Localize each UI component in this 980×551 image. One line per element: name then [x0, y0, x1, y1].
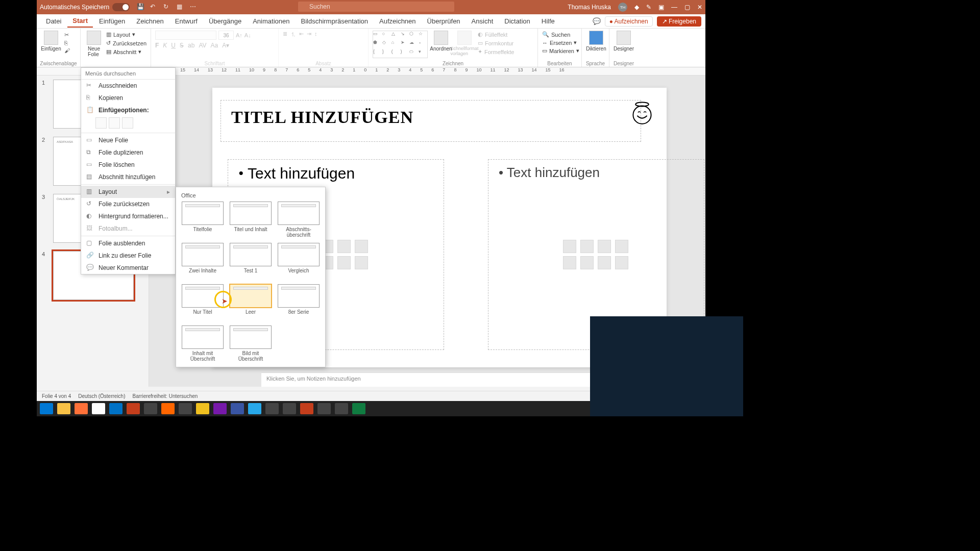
tab-hilfe[interactable]: Hilfe — [536, 15, 560, 27]
dictate-button[interactable]: Diktieren — [586, 31, 606, 52]
shadow-icon[interactable]: ab — [188, 42, 194, 49]
shape-effects-button[interactable]: ✦ Formeffekte — [478, 48, 514, 56]
online-picture-icon[interactable] — [580, 256, 594, 269]
ctx-new-comment[interactable]: 💬Neuer Kommentar — [81, 262, 175, 274]
tab-aufzeichnen[interactable]: Aufzeichnen — [374, 15, 421, 27]
tab-bildschirmpraesentation[interactable]: Bildschirmpräsentation — [296, 15, 373, 27]
font-size-input[interactable] — [218, 31, 234, 40]
user-avatar[interactable]: TH — [618, 3, 627, 12]
video-icon[interactable] — [337, 256, 351, 269]
app-icon[interactable] — [300, 403, 313, 414]
bold-icon[interactable]: F — [155, 42, 159, 49]
ctx-reset-slide[interactable]: ↺Folie zurücksetzen — [81, 198, 175, 210]
app-icon[interactable] — [317, 403, 331, 414]
layout-option[interactable] — [230, 243, 272, 266]
undo-icon[interactable]: ↶ — [150, 3, 158, 11]
layout-option[interactable] — [278, 243, 320, 266]
shape-fill-button[interactable]: ◐ Fülleffekt — [478, 31, 514, 38]
ctx-link-slide[interactable]: 🔗Link zu dieser Folie — [81, 249, 175, 262]
copy-icon-small[interactable]: ⎘ — [64, 40, 70, 46]
paste-button[interactable]: Einfügen — [41, 31, 61, 52]
app-icon[interactable] — [283, 403, 296, 414]
arrange-button[interactable]: Anordnen — [431, 31, 451, 52]
layout-option[interactable] — [182, 202, 224, 225]
numbering-icon[interactable]: ⒈ — [290, 31, 296, 38]
shapes-gallery[interactable]: ▭○△↘⬡☆ ⬟◇⌂➤☁⬩ {}()⬭▾ — [373, 31, 428, 58]
vlc-icon[interactable] — [161, 403, 175, 414]
tab-entwurf[interactable]: Entwurf — [170, 15, 203, 27]
video-icon[interactable] — [598, 256, 611, 269]
new-slide-button[interactable]: Neue Folie — [85, 31, 103, 57]
minimize-icon[interactable]: — — [671, 4, 677, 11]
font-family-input[interactable] — [155, 31, 216, 40]
line-spacing-icon[interactable]: ↕ — [314, 31, 317, 37]
outlook-icon[interactable] — [109, 403, 122, 414]
tab-start[interactable]: Start — [67, 15, 93, 28]
layout-option[interactable] — [230, 325, 272, 349]
icon-icon[interactable] — [355, 256, 368, 269]
tab-zeichnen[interactable]: Zeichnen — [131, 15, 168, 27]
ctx-copy[interactable]: ⎘Kopieren — [81, 92, 175, 104]
find-button[interactable]: 🔍 Suchen — [542, 31, 570, 38]
start-icon[interactable] — [40, 403, 53, 414]
diamond-icon[interactable]: ◆ — [634, 4, 639, 11]
spacing-icon[interactable]: AV — [199, 42, 206, 49]
layout-option[interactable] — [182, 325, 224, 349]
italic-icon[interactable]: K — [163, 42, 167, 49]
layout-option[interactable] — [182, 284, 224, 308]
share-button[interactable]: ↗ Freigeben — [657, 16, 701, 27]
context-search-input[interactable] — [81, 68, 175, 80]
paste-use-dest-icon[interactable] — [109, 117, 120, 129]
smartart-icon[interactable] — [598, 240, 611, 253]
firefox-icon[interactable] — [75, 403, 88, 414]
record-button[interactable]: ● Aufzeichnen — [605, 16, 653, 27]
decrease-font-icon[interactable]: A↓ — [244, 32, 251, 38]
underline-icon[interactable]: U — [171, 42, 176, 49]
table-icon[interactable] — [563, 240, 576, 253]
picture-icon[interactable] — [563, 256, 576, 269]
3d-icon[interactable] — [615, 240, 628, 253]
tab-datei[interactable]: Datei — [41, 15, 66, 27]
explorer-icon[interactable] — [57, 403, 70, 414]
ctx-duplicate-slide[interactable]: ⧉Folie duplizieren — [81, 146, 175, 159]
case-icon[interactable]: Aa — [211, 42, 218, 49]
tab-ansicht[interactable]: Ansicht — [467, 15, 499, 27]
layout-option[interactable] — [278, 284, 320, 308]
layout-option[interactable] — [230, 202, 272, 225]
slide-indicator[interactable]: Folie 4 von 4 — [42, 393, 71, 399]
icon-icon[interactable] — [615, 256, 628, 269]
reset-button[interactable]: ↺ Zurücksetzen — [106, 39, 146, 47]
ctx-add-section[interactable]: ▤Abschnitt hinzufügen — [81, 171, 175, 183]
cut-icon-small[interactable]: ✂ — [64, 32, 70, 38]
powerpoint-icon[interactable] — [127, 403, 140, 414]
app-icon[interactable] — [179, 403, 192, 414]
layout-option[interactable] — [182, 243, 224, 266]
outdent-icon[interactable]: ⇤ — [299, 31, 304, 37]
save-icon[interactable]: 💾 — [137, 3, 145, 11]
chart-icon[interactable] — [580, 240, 594, 253]
strike-icon[interactable]: S̶ — [180, 42, 184, 49]
increase-font-icon[interactable]: A↑ — [236, 32, 242, 38]
close-icon[interactable]: ✕ — [697, 4, 702, 11]
app-icon[interactable] — [144, 403, 157, 414]
tab-ueberpruefen[interactable]: Überprüfen — [422, 15, 465, 27]
redo-icon[interactable]: ↻ — [163, 3, 172, 11]
smartart-icon[interactable] — [337, 240, 351, 253]
placeholder-icon-grid[interactable] — [563, 240, 629, 269]
slideshow-icon[interactable]: ▦ — [177, 3, 185, 11]
bullets-icon[interactable]: ≣ — [283, 31, 287, 37]
pen-icon[interactable]: ✎ — [646, 4, 651, 11]
onenote-icon[interactable] — [213, 403, 227, 414]
layout-button[interactable]: ▥ Layout ▾ — [106, 31, 146, 38]
ctx-hide-slide[interactable]: ▢Folie ausblenden — [81, 237, 175, 249]
quick-styles-button[interactable]: Schnellformat vorlagen — [454, 31, 475, 56]
app-icon[interactable] — [196, 403, 209, 414]
username[interactable]: Thomas Hruska — [568, 4, 611, 11]
layout-option[interactable] — [278, 202, 320, 225]
maximize-icon[interactable]: ▢ — [684, 4, 690, 11]
picture-icon[interactable]: ▣ — [658, 4, 664, 11]
search-input[interactable] — [298, 2, 454, 12]
telegram-icon[interactable] — [248, 403, 261, 414]
tab-animationen[interactable]: Animationen — [248, 15, 295, 27]
format-painter-icon[interactable]: 🖌 — [64, 47, 70, 54]
